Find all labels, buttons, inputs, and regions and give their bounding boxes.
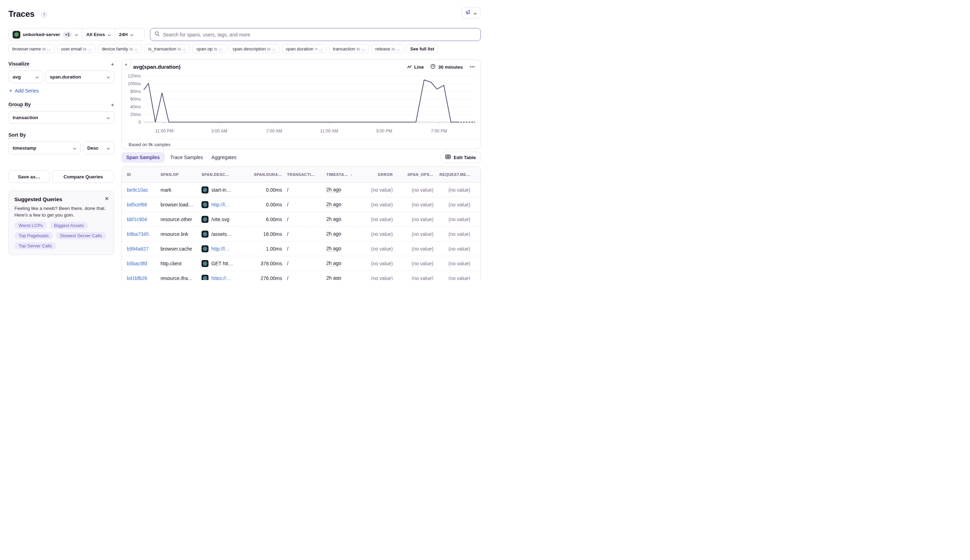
chart-interval-control[interactable]: 30 minutes <box>430 64 463 70</box>
suggested-query-chip[interactable]: Top Server Calls <box>14 242 56 250</box>
suggested-query-chip[interactable]: Top Pageloads <box>14 232 53 239</box>
line-chart-icon <box>407 65 412 70</box>
tab-aggregates[interactable]: Aggregates <box>207 152 241 163</box>
chart-type-control[interactable]: Line <box>407 65 424 70</box>
error-cell: (no value) <box>367 275 398 280</box>
span-id-link[interactable]: bd5cef68 <box>127 202 147 207</box>
column-header[interactable]: SPAN_OPS… <box>398 172 438 177</box>
column-header[interactable]: REQUEST.ME… <box>438 172 475 177</box>
suggested-query-chip[interactable]: Biggest Assets <box>50 222 88 229</box>
span-op-cell: resource.other <box>160 217 202 222</box>
y-axis-tick-label: 80ms <box>130 89 141 94</box>
search-bar[interactable] <box>150 28 481 41</box>
filter-chip-key: span.op <box>196 46 212 52</box>
table-row[interactable]: be9c10ac mark start-in… 0.00ms / 2h ago … <box>122 183 480 197</box>
table-row[interactable]: bbf1c904 resource.other /vite.svg 6.00ms… <box>122 212 480 227</box>
table-row[interactable]: b41bfb26 resource.ifra… https://… 276.00… <box>122 271 480 280</box>
column-header[interactable]: ERROR <box>367 172 398 177</box>
sort-field-dropdown[interactable]: timestamp <box>8 142 81 154</box>
chart-more-menu[interactable]: ⋯ <box>470 64 475 70</box>
filter-chip[interactable]: is_transaction is ... <box>144 44 190 53</box>
suggested-query-chip[interactable]: Slowest Server Calls <box>56 232 106 239</box>
table-row[interactable]: b9ba7345 resource.link /assets… 18.00ms … <box>122 227 480 242</box>
span-description-text[interactable]: /vite.svg <box>211 217 229 222</box>
y-axis-tick-label: 20ms <box>130 112 141 117</box>
timestamp-value[interactable]: 2h ago <box>326 202 341 207</box>
column-header[interactable]: SPAN.DURA… <box>248 172 287 177</box>
filter-chip[interactable]: span.duration > ... <box>282 44 327 53</box>
suggested-query-chip[interactable]: Worst LCPs <box>14 222 47 229</box>
span-description-text[interactable]: GET htt… <box>211 261 233 266</box>
add-visualize-button[interactable]: + <box>111 61 114 67</box>
filter-chip[interactable]: browser.name is ... <box>8 44 55 53</box>
table-row[interactable]: b5bac9fd http.client GET htt… 378.00ms /… <box>122 256 480 271</box>
plus-icon: + <box>9 88 12 94</box>
compare-queries-button[interactable]: Compare Queries <box>52 170 114 183</box>
save-as-button[interactable]: Save as… <box>8 170 50 183</box>
column-header[interactable]: SPAN.OP <box>160 172 202 177</box>
table-row[interactable]: b994a827 browser.cache http://l… 1.00ms … <box>122 242 480 256</box>
span-duration-chart[interactable]: 020ms40ms60ms80ms100ms120ms11:00 PM3:00 … <box>122 70 481 139</box>
filter-chip[interactable]: release is ... <box>372 44 404 53</box>
search-input[interactable] <box>163 32 476 37</box>
filter-chip-operator: is <box>267 46 270 52</box>
add-group-by-button[interactable]: + <box>111 102 114 108</box>
close-icon[interactable]: ✕ <box>105 195 109 202</box>
span-description-text[interactable]: http://l… <box>211 202 230 207</box>
span-id-link[interactable]: be9c10ac <box>127 187 148 193</box>
span-description-text[interactable]: http://l… <box>211 246 230 252</box>
timestamp-value[interactable]: 2h ago <box>326 216 341 222</box>
date-range-selector[interactable]: 24H <box>115 28 138 41</box>
filter-chip[interactable]: user.email is ... <box>57 44 95 53</box>
span-description-text[interactable]: /assets… <box>211 231 232 237</box>
column-header[interactable]: TIMESTA…↓ <box>326 172 367 177</box>
field-dropdown[interactable]: span.duration <box>45 70 114 83</box>
environment-selector[interactable]: All Envs <box>82 28 115 41</box>
project-selector[interactable]: unborked-server +1 <box>9 28 82 41</box>
feedback-button[interactable] <box>462 7 481 18</box>
timestamp-value[interactable]: 2h ago <box>326 260 341 266</box>
sort-by-heading: Sort By <box>8 132 26 138</box>
filter-chip[interactable]: device.family is ... <box>98 44 142 53</box>
filter-chip[interactable]: span.description is ... <box>229 44 280 53</box>
table-row[interactable]: bd5cef68 browser.load… http://l… 0.00ms … <box>122 197 480 212</box>
timestamp-value[interactable]: 2h ago <box>326 246 341 252</box>
timestamp-value[interactable]: 2h ago <box>326 187 341 193</box>
transaction-cell: / <box>287 246 326 252</box>
filter-chip[interactable]: span.op is ... <box>192 44 227 53</box>
column-header[interactable]: SPAN.DESC… <box>202 172 248 177</box>
edit-table-button[interactable]: Edit Table <box>440 152 481 163</box>
add-series-button[interactable]: + Add Series <box>9 88 113 94</box>
error-cell: (no value) <box>367 231 398 237</box>
column-header[interactable]: ID <box>127 172 160 177</box>
aggregate-dropdown[interactable]: avg <box>8 70 43 83</box>
span-description-text[interactable]: start-in… <box>211 187 231 193</box>
span-description-cell: https://… <box>202 275 248 280</box>
span-id-link[interactable]: bbf1c904 <box>127 217 147 222</box>
timestamp-value[interactable]: 2h ago <box>326 275 341 280</box>
span-op-cell: resource.link <box>160 231 202 237</box>
filter-chip-key: device.family <box>102 46 128 52</box>
sort-direction-dropdown[interactable]: Desc <box>83 142 114 154</box>
span-description-cell: /assets… <box>202 231 248 238</box>
transaction-cell: / <box>287 231 326 237</box>
collapse-sidebar-button[interactable]: « <box>121 60 131 69</box>
tab-span-samples[interactable]: Span Samples <box>121 152 165 163</box>
span-id-link[interactable]: b9ba7345 <box>127 231 148 237</box>
column-header[interactable]: TRANSACTI… <box>287 172 326 177</box>
group-by-dropdown[interactable]: transaction <box>8 111 114 124</box>
span-id-link[interactable]: b5bac9fd <box>127 261 147 266</box>
timestamp-value[interactable]: 2h ago <box>326 231 341 237</box>
span-duration-cell: 18.00ms <box>248 231 287 237</box>
see-full-list-button[interactable]: See full list <box>407 44 438 53</box>
request-method-cell: (no value) <box>438 246 475 252</box>
filter-chip[interactable]: transaction is ... <box>329 44 369 53</box>
span-description-text[interactable]: https://… <box>211 275 231 280</box>
span-ops-cell: (no value) <box>398 187 438 193</box>
span-id-link[interactable]: b994a827 <box>127 246 148 252</box>
help-icon[interactable]: ? <box>42 12 47 18</box>
filter-chip-value: ... <box>219 46 223 51</box>
tab-trace-samples[interactable]: Trace Samples <box>166 152 207 163</box>
span-id-link[interactable]: b41bfb26 <box>127 275 147 280</box>
span-ops-cell: (no value) <box>398 202 438 207</box>
